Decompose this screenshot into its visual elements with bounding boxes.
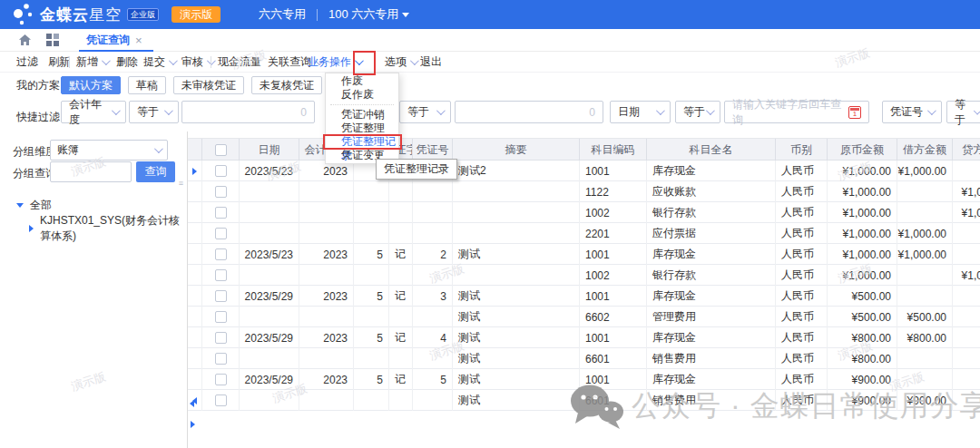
- menu-item-凭证冲销[interactable]: 凭证冲销: [326, 108, 398, 122]
- app-menu-button[interactable]: [46, 34, 59, 46]
- menu-item-反作废[interactable]: 反作废: [326, 88, 398, 102]
- cell-account: 银行存款: [647, 265, 776, 286]
- filter-operator-select[interactable]: 等于: [399, 101, 451, 123]
- cell-period: 5: [354, 369, 389, 390]
- toolbar-button-现金流量[interactable]: 现金流量: [218, 52, 261, 73]
- column-header-code: 科目编码: [580, 139, 647, 161]
- toolbar-button-审核[interactable]: 审核: [181, 52, 213, 73]
- table-row[interactable]: 2201应付票据人民币¥1,000.00¥1,000.00: [188, 223, 980, 244]
- toolbar-button-选项[interactable]: 选项: [385, 52, 416, 73]
- toolbar-button-退出[interactable]: 退出: [420, 52, 442, 73]
- tab-voucher-query[interactable]: 凭证查询 ×: [83, 29, 146, 52]
- filter-field-select[interactable]: 日期: [610, 101, 671, 123]
- cell-account: 库存现金: [647, 161, 776, 181]
- row-checkbox[interactable]: [215, 332, 227, 344]
- group-search-input[interactable]: [50, 161, 132, 182]
- table-row[interactable]: 2023/5/2920235记5测试1001库存现金人民币¥900.00: [188, 369, 980, 390]
- account-name: 100 六六专用: [328, 6, 398, 23]
- row-checkbox[interactable]: [215, 374, 227, 385]
- scheme-button-未审核凭证[interactable]: 未审核凭证: [173, 76, 244, 94]
- table-row[interactable]: 测试6601销售费用人民币¥800.00: [188, 348, 980, 369]
- toolbar-button-刷新[interactable]: 刷新: [48, 52, 70, 73]
- table-row[interactable]: 2023/5/2920235记3测试1001库存现金人民币¥500.00: [188, 286, 980, 307]
- row-checkbox[interactable]: [215, 228, 227, 239]
- cell-orig: ¥500.00: [828, 307, 897, 327]
- calendar-icon[interactable]: [848, 106, 861, 119]
- cell-summary: [453, 265, 580, 286]
- home-button[interactable]: [18, 34, 32, 46]
- table-row[interactable]: 2023/5/2920235记4测试1001库存现金人民币¥800.00¥800…: [188, 327, 980, 348]
- row-checkbox[interactable]: [215, 165, 227, 177]
- chevron-down-icon: [112, 106, 121, 115]
- field-value: 凭证号: [890, 104, 923, 120]
- cell-currency: 人民币: [776, 286, 828, 307]
- row-checkbox[interactable]: [215, 186, 227, 198]
- row-checkbox[interactable]: [215, 269, 227, 281]
- row-checkbox[interactable]: [215, 248, 227, 260]
- cell-no: [413, 307, 453, 327]
- filter-field-select[interactable]: 凭证号: [882, 101, 942, 123]
- collapse-left-arrow-icon[interactable]: [190, 400, 194, 407]
- table-row[interactable]: 2023/5/2320235记测试21001库存现金人民币¥1,000.00¥1…: [188, 161, 980, 181]
- select-all-checkbox[interactable]: [215, 144, 227, 156]
- tree-node-book[interactable]: KJHSTX01_SYS(财务会计核算体系): [0, 217, 187, 240]
- row-indicator-cell: [188, 265, 202, 286]
- table-row[interactable]: 测试6601销售费用人民币¥900.00¥900.00: [188, 390, 980, 411]
- table-row[interactable]: 1002银行存款人民币¥1,000.00¥1,000.00: [188, 265, 980, 286]
- group-search-button[interactable]: 查询: [136, 161, 175, 182]
- toolbar-button-过滤[interactable]: 过滤: [16, 52, 38, 73]
- row-checkbox[interactable]: [215, 353, 227, 365]
- cell-period: 5: [354, 286, 389, 307]
- cell-date: [240, 223, 299, 244]
- scheme-button-草稿[interactable]: 草稿: [128, 76, 166, 94]
- row-checkbox[interactable]: [215, 394, 227, 406]
- table-row[interactable]: 1122应收账款人民币¥1,000.00¥1,000.00: [188, 181, 980, 202]
- row-indicator-cell: [188, 202, 202, 223]
- row-checkbox[interactable]: [215, 290, 227, 302]
- account-switcher[interactable]: 100 六六专用: [328, 6, 409, 23]
- table-row[interactable]: 测试6602管理费用人民币¥500.00¥500.00: [188, 307, 980, 327]
- scheme-button-未复核凭证[interactable]: 未复核凭证: [251, 76, 322, 94]
- filter-value-input[interactable]: 请输入关键字后回车查询: [724, 101, 869, 123]
- toolbar-button-提交[interactable]: 提交: [143, 52, 175, 73]
- cell-word: 记: [389, 327, 413, 348]
- filter-field-select[interactable]: 会计年度: [61, 101, 126, 123]
- row-checkbox-cell: [202, 390, 240, 411]
- cell-orig: ¥1,000.00: [828, 161, 897, 181]
- filter-value-input[interactable]: 0: [455, 101, 603, 123]
- toolbar-button-新增[interactable]: 新增: [76, 52, 108, 73]
- tree-collapsed-icon[interactable]: [29, 225, 34, 232]
- cell-period: [354, 390, 389, 411]
- org-name[interactable]: 六六专用: [259, 6, 306, 23]
- table-row[interactable]: 2023/5/2320235记2测试1001库存现金人民币¥1,000.00¥1…: [188, 244, 980, 265]
- tree-expand-icon[interactable]: [16, 203, 24, 208]
- menu-item-凭证整理[interactable]: 凭证整理: [326, 122, 398, 135]
- cell-period: [354, 348, 389, 369]
- row-checkbox-cell: [202, 202, 240, 223]
- filter-operator-select[interactable]: 等于: [675, 101, 720, 123]
- menu-item-凭证整理记录[interactable]: 凭证整理记录: [326, 135, 398, 149]
- row-indicator-cell: [188, 223, 202, 244]
- toolbar-button-业务操作[interactable]: 业务操作: [308, 52, 361, 73]
- splitter-handle-icon[interactable]: ≡: [179, 179, 183, 188]
- cell-summary: [453, 181, 580, 202]
- filter-value-input[interactable]: 0: [181, 101, 315, 123]
- group-dimension-select[interactable]: 账簿: [50, 140, 168, 161]
- row-checkbox[interactable]: [215, 207, 227, 219]
- row-indicator-cell: [188, 327, 202, 348]
- row-checkbox[interactable]: [215, 311, 227, 323]
- expand-right-arrow-icon[interactable]: [191, 421, 195, 428]
- menu-item-作废[interactable]: 作废: [326, 74, 398, 88]
- org-separator: [317, 9, 318, 21]
- close-icon[interactable]: ×: [135, 34, 142, 47]
- table-row[interactable]: 1002银行存款人民币¥1,000.00¥1,000.00: [188, 202, 980, 223]
- row-checkbox-cell: [202, 327, 240, 348]
- voucher-grid: 日期会计年度期间凭证字凭证号摘要科目编码科目全名币别原币金额借方金额贷方金额 2…: [188, 138, 980, 411]
- toolbar-button-删除[interactable]: 删除: [116, 52, 138, 73]
- scheme-button-默认方案[interactable]: 默认方案: [61, 76, 121, 94]
- filter-operator-select[interactable]: 等于: [129, 101, 179, 123]
- row-indicator-cell: [188, 244, 202, 265]
- filter-operator-select[interactable]: 等于: [946, 101, 980, 123]
- chevron-down-icon: [169, 56, 178, 65]
- grid-header-row: 日期会计年度期间凭证字凭证号摘要科目编码科目全名币别原币金额借方金额贷方金额: [188, 139, 980, 161]
